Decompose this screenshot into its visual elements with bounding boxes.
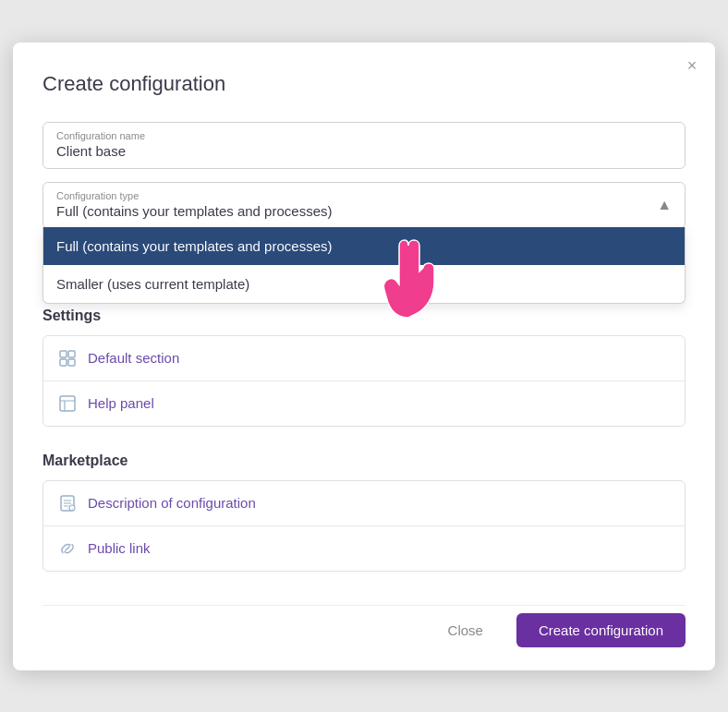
settings-item-default-section-label: Default section — [88, 350, 179, 366]
config-type-selected: Full (contains your templates and proces… — [56, 203, 648, 219]
svg-rect-1 — [68, 351, 75, 357]
svg-rect-3 — [68, 359, 75, 366]
svg-rect-2 — [60, 359, 67, 366]
config-name-field: Configuration name Client base — [42, 122, 686, 169]
config-type-dropdown: Full (contains your templates and proces… — [42, 227, 686, 304]
svg-rect-4 — [60, 396, 75, 411]
description-icon: ↑ — [58, 494, 77, 513]
dialog-close-button[interactable]: × — [682, 55, 702, 76]
settings-item-help-panel[interactable]: Help panel — [43, 381, 685, 426]
marketplace-item-public-link[interactable]: Public link — [43, 526, 685, 571]
marketplace-item-public-link-label: Public link — [88, 540, 151, 556]
settings-list: Default section Help panel — [42, 335, 686, 427]
marketplace-heading: Marketplace — [42, 453, 686, 469]
config-name-value[interactable]: Client base — [56, 143, 672, 159]
dropdown-option-full[interactable]: Full (contains your templates and proces… — [43, 227, 685, 265]
config-name-label: Configuration name — [56, 130, 672, 141]
panel-icon — [58, 394, 77, 413]
svg-text:↑: ↑ — [71, 505, 74, 511]
marketplace-list: ↑ Description of configuration Public li… — [42, 480, 686, 572]
link-icon — [58, 539, 77, 558]
settings-heading: Settings — [42, 308, 686, 324]
create-button[interactable]: Create configuration — [516, 613, 686, 647]
marketplace-item-description-label: Description of configuration — [88, 495, 256, 511]
config-type-field[interactable]: Configuration type Full (contains your t… — [42, 182, 686, 229]
config-type-wrapper: Configuration type Full (contains your t… — [42, 182, 686, 229]
svg-rect-0 — [60, 351, 67, 357]
settings-item-help-panel-label: Help panel — [88, 395, 154, 411]
dropdown-option-smaller[interactable]: Smaller (uses current template) — [43, 265, 685, 303]
dialog-footer: Close Create configuration — [42, 605, 686, 647]
marketplace-item-description[interactable]: ↑ Description of configuration — [43, 481, 685, 526]
grid-icon — [58, 349, 77, 368]
config-type-label: Configuration type — [56, 190, 648, 201]
dialog-title: Create configuration — [42, 72, 686, 96]
create-configuration-dialog: × Create configuration Configuration nam… — [13, 42, 715, 670]
dropdown-arrow-icon: ▲ — [657, 197, 672, 213]
close-button[interactable]: Close — [431, 615, 500, 646]
settings-item-default-section[interactable]: Default section — [43, 336, 685, 381]
